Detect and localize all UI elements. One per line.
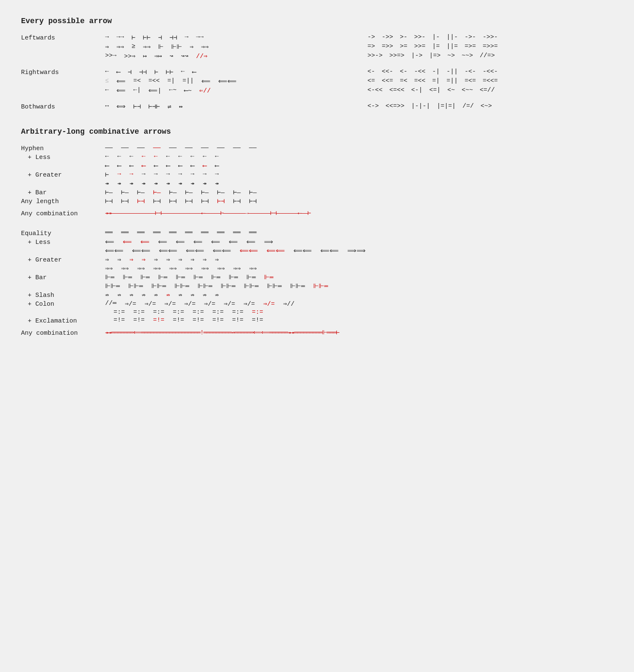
equality-glyphs: ══ ══ ══ ══ ══ ══ ══ ══ ══ ══ [105,229,613,236]
hyphen-label: Hyphen [21,144,105,152]
hyphen-bar-row: + Bar ⊢— ⊢— ⊢— ⊢— ⊢— ⊢— ⊢— ⊢— ⊢— ⊢— [21,188,613,196]
equality-label: Equality [21,229,105,237]
rightwards-line3-right: <-<< <=<< <-| <=| <~ <~~ <=// [367,87,613,95]
eq-colon-row2: =:= =:= =:= =:= =:= =:= =:= =:= [21,309,613,316]
equality-row: Equality ══ ══ ══ ══ ══ ══ ══ ══ ══ ══ [21,229,613,237]
leftwards-line3-left: >>→ >>⇒ ↦ ⇒↦ ↝ ↝↝ //⇒ [105,52,351,60]
greater-glyphs1: ⊢ → → → → → → → → → [105,171,613,179]
any-length-row: Any length ⊢⊣ ⊢⊣ ⊢⊣ ⊢⊣ ⊢⊣ ⊢⊣ ⊢⊣ ⊢⊣ ⊢⊣ ⊢⊣ [21,197,613,205]
rightwards-line3-left: ← ⟸ ←| ⟸| ←~ ⟵~ ⇐// [105,87,351,95]
colon-label: + Colon [21,300,105,308]
less-glyphs1: ← ← ← ← ← ← ← ← ← ← [105,153,613,160]
eq-greater-row2: ⇒⇒ ⇒⇒ ⇒⇒ ⇒⇒ ⇒⇒ ⇒⇒ ⇒⇒ ⇒⇒ ⇒⇒ ⇒⇒ [21,265,613,273]
eq-bar-glyphs2: ⊩⊩═ ⊩⊩═ ⊩⊩═ ⊩⊩═ ⊩⊩═ ⊩⊩═ ⊩⊩═ ⊩⊩═ ⊩⊩═ ⊩⊩═ [105,282,613,290]
rightwards-label: Rightwards [21,68,105,76]
eq-bar-row1: + Bar ⊩═ ⊩═ ⊩═ ⊩═ ⊩═ ⊩═ ⊩═ ⊩═ ⊩═ ⊩═ [21,273,613,281]
less-glyphs2: ⟵ ⟵ ⟵ ⟵ ⟵ ⟵ ⟵ ⟵ ⟵ ⟵ [105,162,613,170]
eq-bar-label: + Bar [21,273,105,281]
any-combination-hyphen-row: Any combination ↠↠——————————————⊢⊣——————… [21,209,613,217]
leftwards-line2-right: => =>> >= >>= |= ||= =>= =>>= [367,43,613,51]
rightwards-line2-left: ≤ ⟸ =< =<< =| =|| ⟸ ⟸⟸ [105,77,351,85]
eq-greater-glyphs1: ⇒ ⇒ ⇒ ⇒ ⇒ ⇒ ⇒ ⇒ ⇒ ⇒ [105,256,613,264]
any-length-glyphs: ⊢⊣ ⊢⊣ ⊢⊣ ⊢⊣ ⊢⊣ ⊢⊣ ⊢⊣ ⊢⊣ ⊢⊣ ⊢⊣ [105,197,613,205]
rightwards-line1-left: ← ⟵ ⊣ ⊣⊣ ⊢ ⊢⊢ ← ⟵ [105,68,351,76]
section-title-1: Every possible arrow [21,17,613,25]
eq-less-row1: + Less ⟸ ⟸ ⟸ ⟸ ⟸ ⟸ ⟸ ⟸ ⟸ ⟹ [21,238,613,246]
leftwards-line1-left: → →→ ⊢ ⊢⊢ ⊣ ⊣⊣ → →→ [105,34,351,42]
colon-glyphs1: //═ ⇒/= ⇒/= ⇒/= ⇒/= ⇒/= ⇒/= ⇒/= ⇒/= ⇒// [105,300,613,308]
rightwards-row: Rightwards ← ⟵ ⊣ ⊣⊣ ⊢ ⊢⊢ ← ⟵ <- [21,68,613,96]
bothwards-row: Bothwards ↔ ⟺ ⊢⊣ ⊢⊣⊢ ⇌ ↭ <-> <<=>> |-|-| [21,103,613,111]
bothwards-left: ↔ ⟺ ⊢⊣ ⊢⊣⊢ ⇌ ↭ [105,103,351,111]
eq-bar-glyphs1: ⊩═ ⊩═ ⊩═ ⊩═ ⊩═ ⊩═ ⊩═ ⊩═ ⊩═ ⊩═ [105,273,613,281]
rightwards-line1-right: <- <<- <- -<< -| -|| -<- -<<- [367,68,613,76]
hyphen-row: Hyphen —— —— —— —— —— —— —— —— —— —— [21,144,613,152]
section-every-arrow: Every possible arrow Leftwards → →→ ⊢ ⊢⊢… [21,17,613,111]
exclamation-glyphs: =!= =!= =!= =!= =!= =!= =!= =!= [105,317,613,324]
eq-slash-row: + Slash ⇏ ⇏ ⇏ ⇏ ⇏ ⇏ ⇏ ⇏ ⇏ ⇏ [21,291,613,299]
hyphen-greater-row1: + Greater ⊢ → → → → → → → → → [21,171,613,179]
slash-label: + Slash [21,291,105,299]
bothwards-right: <-> <<=>> |-|-| |=|=| /=/ <~> [367,103,613,111]
leftwards-label: Leftwards [21,34,105,42]
bothwards-label: Bothwards [21,103,105,111]
eq-greater-label: + Greater [21,256,105,264]
eq-bar-row2: ⊩⊩═ ⊩⊩═ ⊩⊩═ ⊩⊩═ ⊩⊩═ ⊩⊩═ ⊩⊩═ ⊩⊩═ ⊩⊩═ ⊩⊩═ [21,282,613,290]
bar-glyphs: ⊢— ⊢— ⊢— ⊢— ⊢— ⊢— ⊢— ⊢— ⊢— ⊢— [105,188,613,196]
any-combination-glyphs-2: ↠↠═══════⟸═══════════════════!═════════⇏… [105,329,613,336]
hyphen-glyphs: —— —— —— —— —— —— —— —— —— —— [105,144,613,151]
eq-exclamation-row: + Exclamation =!= =!= =!= =!= =!= =!= =!… [21,317,613,325]
leftwards-row: Leftwards → →→ ⊢ ⊢⊢ ⊣ ⊣⊣ → →→ -> [21,34,613,61]
eq-less-row2: ⟸⟸ ⟸⟸ ⟸⟸ ⟸⟸ ⟸⟸ ⟸⟸ ⟸⟸ ⟸⟸ ⟸⟸ ⟹⟹ [21,247,613,255]
leftwards-line3-right: >>-> >>=> |-> |=> ~> ~~> //=> [367,52,613,60]
bar-label: + Bar [21,188,105,196]
leftwards-line1-right: -> ->> >- >>- |- ||- ->- ->>- [367,34,613,42]
exclamation-label: + Exclamation [21,317,105,325]
rightwards-line2-right: <= <<= =< =<< =| =|| =<= =<<= [367,77,613,85]
eq-less-glyphs2: ⟸⟸ ⟸⟸ ⟸⟸ ⟸⟸ ⟸⟸ ⟸⟸ ⟸⟸ ⟸⟸ ⟸⟸ ⟹⟹ [105,247,613,255]
hyphen-greater-row2: ↠ ↠ ↠ ↠ ↠ ↠ ↠ ↠ ↠ ↠ [21,180,613,188]
eq-colon-row1: + Colon //═ ⇒/= ⇒/= ⇒/= ⇒/= ⇒/= ⇒/= ⇒/= … [21,300,613,308]
slash-glyphs: ⇏ ⇏ ⇏ ⇏ ⇏ ⇏ ⇏ ⇏ ⇏ ⇏ [105,291,613,299]
greater-label: + Greater [21,171,105,179]
any-combination-glyphs-1: ↠↠——————————————⊢⊣—————————————⟵—————⊢——… [105,209,613,217]
any-length-label: Any length [21,197,105,205]
eq-greater-glyphs2: ⇒⇒ ⇒⇒ ⇒⇒ ⇒⇒ ⇒⇒ ⇒⇒ ⇒⇒ ⇒⇒ ⇒⇒ ⇒⇒ [105,265,613,273]
any-combination-eq-row: Any combination ↠↠═══════⟸══════════════… [21,329,613,337]
less-label: + Less [21,153,105,161]
colon-glyphs2: =:= =:= =:= =:= =:= =:= =:= =:= [105,309,613,316]
any-combination-label-1: Any combination [21,209,105,217]
eq-less-label: + Less [21,238,105,246]
leftwards-line2-left: ⇒ ⇒⇒ ≥ ⇒⇒ ⊩ ⊩⊩ ⇒ ⇒⇒ [105,43,351,51]
page-container: Every possible arrow Leftwards → →→ ⊢ ⊢⊢… [21,17,613,337]
eq-less-glyphs1: ⟸ ⟸ ⟸ ⟸ ⟸ ⟸ ⟸ ⟸ ⟸ ⟹ [105,238,613,246]
hyphen-less-row1: + Less ← ← ← ← ← ← ← ← ← ← [21,153,613,161]
section-combinative-arrows: Arbitrary-long combinative arrows Hyphen… [21,127,613,337]
eq-greater-row1: + Greater ⇒ ⇒ ⇒ ⇒ ⇒ ⇒ ⇒ ⇒ ⇒ ⇒ [21,256,613,264]
greater-glyphs2: ↠ ↠ ↠ ↠ ↠ ↠ ↠ ↠ ↠ ↠ [105,180,613,188]
any-combination-label-2: Any combination [21,329,105,337]
hyphen-less-row2: ⟵ ⟵ ⟵ ⟵ ⟵ ⟵ ⟵ ⟵ ⟵ ⟵ [21,162,613,170]
section-title-2: Arbitrary-long combinative arrows [21,127,613,136]
